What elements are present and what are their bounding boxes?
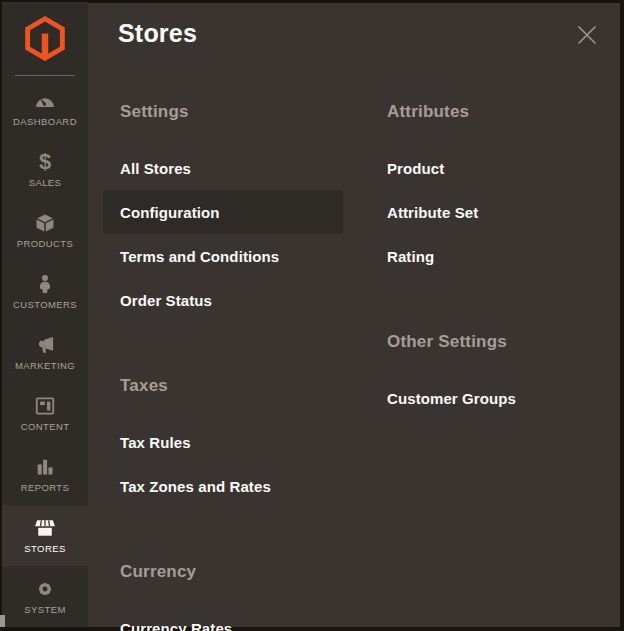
section-title: Other Settings — [370, 332, 610, 352]
person-icon — [34, 273, 56, 295]
section-title: Currency — [103, 562, 343, 582]
sidebar-item-content[interactable]: CONTENT — [2, 383, 88, 444]
section-currency: Currency Currency Rates — [103, 562, 343, 631]
menu-list: Tax Rules Tax Zones and Rates — [103, 420, 343, 508]
menu-item-currency-rates[interactable]: Currency Rates — [103, 606, 343, 631]
sidebar-item-label: CUSTOMERS — [13, 299, 77, 310]
sidebar-item-marketing[interactable]: MARKETING — [2, 322, 88, 383]
sidebar-item-label: SALES — [29, 177, 62, 188]
menu-item-attribute-set[interactable]: Attribute Set — [370, 190, 610, 234]
section-title: Attributes — [370, 102, 610, 122]
sidebar-item-sales[interactable]: $ SALES — [2, 139, 88, 200]
menu-list: Product Attribute Set Rating — [370, 146, 610, 278]
section-title: Taxes — [103, 376, 343, 396]
menu-item-all-stores[interactable]: All Stores — [103, 146, 343, 190]
dollar-icon: $ — [34, 151, 56, 173]
megaphone-icon — [34, 334, 56, 356]
admin-sidebar: DASHBOARD $ SALES PRODUCTS — [2, 2, 88, 627]
menu-item-tax-rules[interactable]: Tax Rules — [103, 420, 343, 464]
sidebar-item-label: REPORTS — [21, 482, 70, 493]
sidebar-item-label: MARKETING — [15, 360, 75, 371]
gauge-icon — [34, 90, 56, 112]
magento-logo-icon — [25, 16, 65, 61]
sidebar-item-system[interactable]: SYSTEM — [2, 566, 88, 627]
section-taxes: Taxes Tax Rules Tax Zones and Rates — [103, 376, 343, 508]
menu-list: All Stores Configuration Terms and Condi… — [103, 146, 343, 322]
sidebar-item-reports[interactable]: REPORTS — [2, 444, 88, 505]
storefront-icon — [34, 517, 56, 539]
menu-item-product[interactable]: Product — [370, 146, 610, 190]
menu-item-terms-and-conditions[interactable]: Terms and Conditions — [103, 234, 343, 278]
sidebar-item-products[interactable]: PRODUCTS — [2, 200, 88, 261]
menu-list: Customer Groups — [370, 376, 610, 420]
sidebar-item-label: PRODUCTS — [17, 238, 74, 249]
sidebar-item-customers[interactable]: CUSTOMERS — [2, 261, 88, 322]
menu-list: Currency Rates — [103, 606, 343, 631]
magento-admin-screen: DASHBOARD $ SALES PRODUCTS — [0, 0, 624, 631]
flyout-column-right: Attributes Product Attribute Set Rating … — [370, 102, 610, 474]
section-settings: Settings All Stores Configuration Terms … — [103, 102, 343, 322]
layout-icon — [34, 395, 56, 417]
menu-item-tax-zones-and-rates[interactable]: Tax Zones and Rates — [103, 464, 343, 508]
stores-flyout-menu: Stores Settings All Stores Configuration… — [88, 3, 620, 627]
section-title: Settings — [103, 102, 343, 122]
sidebar-item-label: DASHBOARD — [13, 116, 77, 127]
box-icon — [34, 212, 56, 234]
menu-item-order-status[interactable]: Order Status — [103, 278, 343, 322]
gear-icon — [34, 578, 56, 600]
sidebar-item-stores[interactable]: STORES — [2, 505, 88, 566]
sidebar-item-label: SYSTEM — [24, 604, 65, 615]
menu-item-rating[interactable]: Rating — [370, 234, 610, 278]
close-icon — [574, 22, 600, 48]
section-other-settings: Other Settings Customer Groups — [370, 332, 610, 420]
close-button[interactable] — [574, 22, 600, 48]
sidebar-nav: DASHBOARD $ SALES PRODUCTS — [2, 76, 88, 627]
flyout-column-left: Settings All Stores Configuration Terms … — [103, 102, 343, 631]
sidebar-item-label: CONTENT — [21, 421, 70, 432]
scrollbar-thumb[interactable] — [0, 615, 5, 627]
menu-item-customer-groups[interactable]: Customer Groups — [370, 376, 610, 420]
menu-item-configuration[interactable]: Configuration — [103, 190, 343, 234]
flyout-title: Stores — [118, 19, 197, 48]
section-attributes: Attributes Product Attribute Set Rating — [370, 102, 610, 278]
sidebar-item-dashboard[interactable]: DASHBOARD — [2, 78, 88, 139]
sidebar-item-label: STORES — [24, 543, 65, 554]
magento-logo[interactable] — [2, 2, 88, 75]
bar-chart-icon — [34, 456, 56, 478]
